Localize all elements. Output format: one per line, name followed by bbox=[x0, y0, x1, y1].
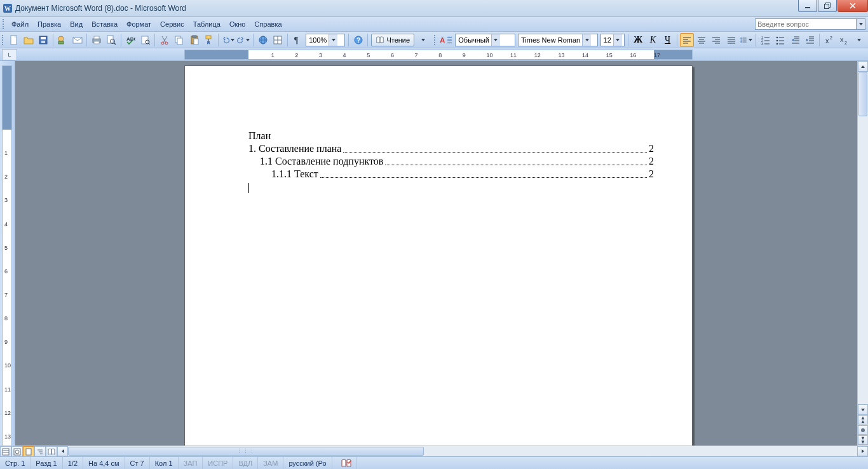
book-icon bbox=[376, 36, 384, 44]
status-page[interactable]: Стр. 1 bbox=[0, 457, 31, 469]
menu-tools[interactable]: Сервис bbox=[156, 18, 189, 30]
status-col[interactable]: Кол 1 bbox=[150, 457, 179, 469]
close-button[interactable] bbox=[837, 0, 868, 12]
status-trk[interactable]: ИСПР bbox=[203, 457, 233, 469]
reading-view-button[interactable] bbox=[46, 446, 57, 457]
email-button[interactable] bbox=[71, 33, 84, 47]
status-line[interactable]: Ст 7 bbox=[125, 457, 150, 469]
menu-insert[interactable]: Вставка bbox=[87, 18, 122, 30]
normal-view-button[interactable] bbox=[0, 446, 11, 457]
align-center-button[interactable] bbox=[695, 33, 709, 47]
toolbar-options-button[interactable] bbox=[416, 33, 430, 47]
menu-help[interactable]: Справка bbox=[250, 18, 286, 30]
status-at[interactable]: На 4,4 см bbox=[83, 457, 125, 469]
vscroll-thumb[interactable] bbox=[858, 72, 867, 116]
permission-button[interactable] bbox=[56, 33, 69, 47]
help-button[interactable]: ? bbox=[351, 33, 365, 47]
svg-point-11 bbox=[58, 36, 64, 41]
previous-page-button[interactable]: ▲▲ bbox=[858, 415, 868, 425]
menu-format[interactable]: Формат bbox=[122, 18, 156, 30]
scroll-left-button[interactable] bbox=[57, 446, 68, 456]
style-combo[interactable]: Обычный bbox=[455, 34, 515, 46]
align-left-button[interactable] bbox=[680, 33, 693, 47]
format-painter-button[interactable] bbox=[202, 33, 215, 47]
minimize-button[interactable] bbox=[798, 0, 817, 12]
zoom-combo[interactable]: 100% bbox=[306, 34, 345, 46]
styles-pane-button[interactable]: A bbox=[439, 33, 453, 47]
status-ovr[interactable]: ЗАМ bbox=[258, 457, 283, 469]
scroll-right-button[interactable] bbox=[857, 446, 868, 456]
paste-button[interactable] bbox=[187, 33, 201, 47]
text-cursor bbox=[248, 183, 249, 193]
document-area[interactable]: План 1. Составление плана 2 1.1 Составле… bbox=[15, 61, 857, 445]
underline-button[interactable]: Ч bbox=[661, 33, 674, 47]
italic-button[interactable]: К bbox=[646, 33, 660, 47]
help-search-input[interactable] bbox=[755, 18, 857, 30]
hscroll-track[interactable]: ⋮⋮⋮ bbox=[68, 446, 857, 456]
undo-button[interactable] bbox=[221, 33, 235, 47]
new-document-button[interactable] bbox=[7, 33, 20, 47]
print-preview-button[interactable] bbox=[105, 33, 118, 47]
status-section[interactable]: Разд 1 bbox=[31, 457, 62, 469]
bullets-button[interactable] bbox=[774, 33, 787, 47]
save-button[interactable] bbox=[36, 33, 50, 47]
outline-view-button[interactable] bbox=[34, 446, 46, 457]
vscroll-track[interactable] bbox=[858, 72, 868, 404]
svg-point-90 bbox=[861, 428, 865, 432]
toolbar-options-button-2[interactable] bbox=[852, 33, 865, 47]
subscript-button[interactable]: x2 bbox=[837, 33, 851, 47]
spellcheck-button[interactable]: ABC bbox=[124, 33, 137, 47]
toolbar-grip-icon[interactable] bbox=[3, 19, 5, 29]
select-browse-object-button[interactable] bbox=[858, 425, 868, 435]
superscript-button[interactable]: x2 bbox=[822, 33, 836, 47]
menu-edit[interactable]: Правка bbox=[33, 18, 65, 30]
status-ext[interactable]: ВДЛ bbox=[233, 457, 258, 469]
line-spacing-button[interactable] bbox=[739, 33, 753, 47]
restore-button[interactable] bbox=[818, 0, 837, 12]
font-name-combo[interactable]: Times New Roman bbox=[518, 34, 598, 46]
status-spellcheck-icon[interactable] bbox=[332, 457, 357, 469]
menu-view[interactable]: Вид bbox=[65, 18, 87, 30]
print-button[interactable] bbox=[90, 33, 103, 47]
menu-window[interactable]: Окно bbox=[225, 18, 250, 30]
decrease-indent-button[interactable] bbox=[789, 33, 802, 47]
next-page-button[interactable]: ▼▼ bbox=[858, 435, 868, 445]
svg-text:3: 3 bbox=[761, 42, 763, 45]
font-size-combo[interactable]: 12 bbox=[600, 34, 625, 46]
research-button[interactable] bbox=[139, 33, 152, 47]
horizontal-scrollbar[interactable]: ⋮⋮⋮ bbox=[57, 446, 868, 456]
hscroll-thumb[interactable]: ⋮⋮⋮ bbox=[68, 447, 424, 456]
web-layout-view-button[interactable] bbox=[11, 446, 23, 457]
menu-file[interactable]: Файл bbox=[7, 18, 33, 30]
redo-button[interactable] bbox=[236, 33, 250, 47]
numbering-button[interactable]: 123 bbox=[759, 33, 772, 47]
toolbar-grip-icon[interactable] bbox=[434, 35, 437, 45]
menu-table[interactable]: Таблица bbox=[189, 18, 225, 30]
tables-borders-button[interactable] bbox=[271, 33, 285, 47]
show-paragraph-button[interactable]: ¶ bbox=[290, 33, 304, 47]
status-language[interactable]: русский (Ро bbox=[283, 457, 332, 469]
horizontal-ruler[interactable]: 1234567891011121314151617 bbox=[184, 50, 693, 60]
page-content[interactable]: План 1. Составление плана 2 1.1 Составле… bbox=[248, 130, 654, 196]
cut-button[interactable] bbox=[158, 33, 171, 47]
scroll-up-button[interactable] bbox=[858, 61, 868, 72]
vertical-ruler[interactable]: 12345678910111213 bbox=[2, 65, 12, 445]
svg-text:ABC: ABC bbox=[126, 36, 135, 42]
open-button[interactable] bbox=[22, 33, 35, 47]
toolbar-grip-icon[interactable] bbox=[2, 35, 4, 45]
copy-button[interactable] bbox=[173, 33, 186, 47]
align-right-button[interactable] bbox=[710, 33, 723, 47]
vertical-scrollbar[interactable]: ▲▲ ▼▼ bbox=[857, 61, 868, 445]
scroll-down-button[interactable] bbox=[858, 404, 868, 415]
help-search-dropdown[interactable] bbox=[857, 18, 865, 30]
print-layout-view-button[interactable] bbox=[23, 446, 34, 457]
status-rec[interactable]: ЗАП bbox=[179, 457, 203, 469]
bold-button[interactable]: Ж bbox=[631, 33, 644, 47]
reading-layout-button[interactable]: Чтение bbox=[371, 34, 414, 46]
align-justify-button[interactable] bbox=[724, 33, 738, 47]
increase-indent-button[interactable] bbox=[803, 33, 817, 47]
status-pages[interactable]: 1/2 bbox=[63, 457, 83, 469]
tab-selector[interactable]: L bbox=[2, 49, 17, 60]
hyperlink-button[interactable] bbox=[256, 33, 269, 47]
window-title: Документ Microsoft Word (8).doc - Micros… bbox=[15, 4, 797, 13]
